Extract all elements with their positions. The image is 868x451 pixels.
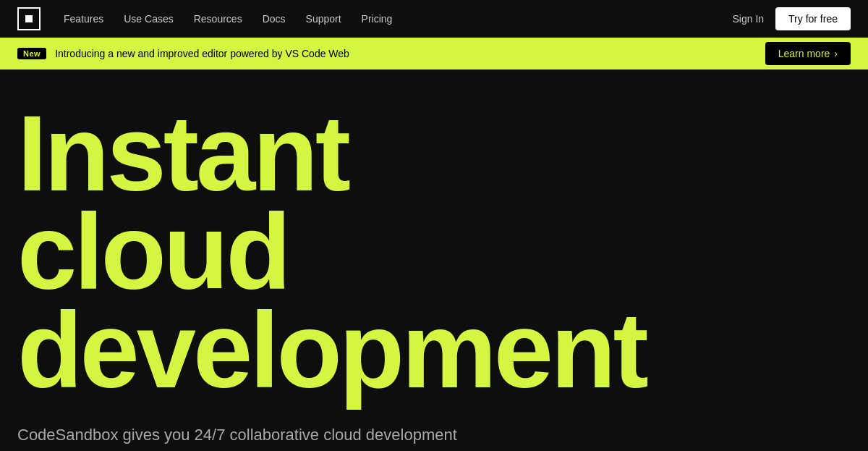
nav-item-support[interactable]: Support xyxy=(306,12,341,25)
logo[interactable] xyxy=(17,7,41,30)
sign-in-link[interactable]: Sign In xyxy=(732,13,764,25)
hero-title-line1: Instant cloud xyxy=(17,93,348,311)
hero-title: Instant cloud development xyxy=(17,104,596,400)
nav-item-use-cases[interactable]: Use Cases xyxy=(124,12,173,25)
nav-link-features[interactable]: Features xyxy=(64,13,103,25)
banner-left: New Introducing a new and improved edito… xyxy=(17,48,349,59)
nav-link-use-cases[interactable]: Use Cases xyxy=(124,13,173,25)
banner-text: Introducing a new and improved editor po… xyxy=(55,48,349,59)
nav-link-pricing[interactable]: Pricing xyxy=(362,13,393,25)
new-badge: New xyxy=(17,48,46,59)
nav-link-docs[interactable]: Docs xyxy=(263,13,286,25)
nav-item-docs[interactable]: Docs xyxy=(263,12,286,25)
nav-item-resources[interactable]: Resources xyxy=(194,12,242,25)
hero-section: Instant cloud development CodeSandbox gi… xyxy=(0,69,868,451)
nav-right: Sign In Try for free xyxy=(732,7,851,30)
nav-left: Features Use Cases Resources Docs Suppor… xyxy=(17,7,392,30)
hero-subtitle: CodeSandbox gives you 24/7 collaborative… xyxy=(17,423,466,451)
hero-title-line2: development xyxy=(17,290,646,410)
learn-more-button[interactable]: Learn more › xyxy=(765,42,851,65)
logo-mark xyxy=(25,15,33,22)
try-free-button[interactable]: Try for free xyxy=(775,7,851,30)
nav-links: Features Use Cases Resources Docs Suppor… xyxy=(64,12,392,25)
learn-more-label: Learn more xyxy=(778,48,830,59)
nav-item-pricing[interactable]: Pricing xyxy=(362,12,393,25)
nav-item-features[interactable]: Features xyxy=(64,12,103,25)
announcement-banner: New Introducing a new and improved edito… xyxy=(0,38,868,69)
nav-link-support[interactable]: Support xyxy=(306,13,341,25)
nav-link-resources[interactable]: Resources xyxy=(194,13,242,25)
learn-more-arrow: › xyxy=(834,48,838,59)
main-nav: Features Use Cases Resources Docs Suppor… xyxy=(0,0,868,38)
